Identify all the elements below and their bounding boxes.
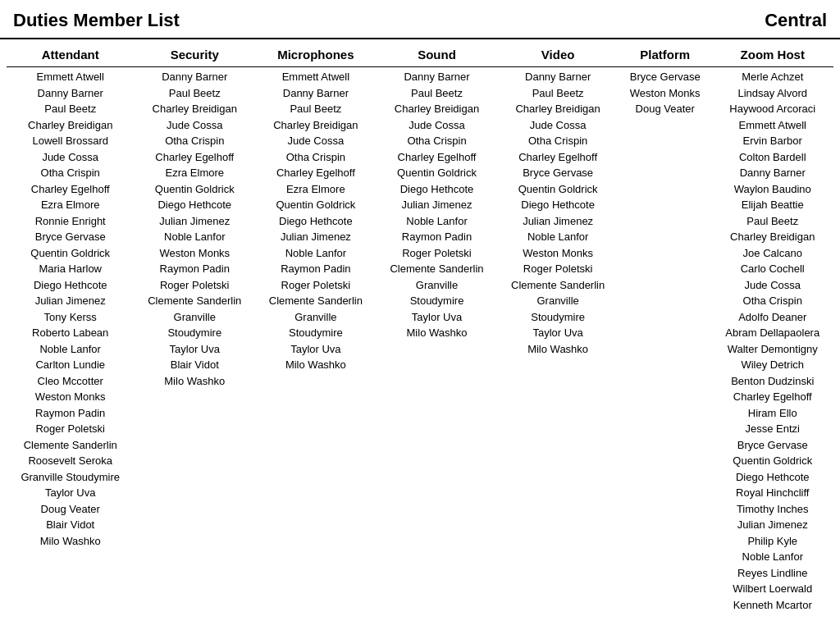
list-item: Otha Crispin	[500, 133, 615, 149]
list-item: Diego Hethcote	[10, 277, 130, 294]
duties-table: AttendantSecurityMicrophonesSoundVideoPl…	[7, 39, 833, 614]
list-item: Danny Barner	[137, 69, 252, 85]
list-item: Granville	[380, 277, 495, 294]
list-item: Philip Kyle	[714, 533, 830, 550]
col-data-attendant: Emmett AtwellDanny BarnerPaul BeetzCharl…	[7, 67, 134, 615]
list-item: Danny Barner	[500, 69, 615, 85]
list-item: Quentin Goldrick	[714, 453, 830, 469]
col-data-sound: Danny BarnerPaul BeetzCharley BreidiganJ…	[377, 67, 498, 615]
col-header-sound: Sound	[377, 39, 498, 67]
list-item: Roberto Labean	[10, 325, 130, 341]
list-item: Colton Bardell	[714, 149, 830, 166]
list-item: Quentin Goldrick	[500, 181, 615, 198]
list-item: Julian Jimenez	[258, 229, 373, 245]
list-item: Ronnie Enright	[10, 213, 130, 230]
list-item: Charley Breidigan	[10, 117, 130, 134]
list-item: Milo Washko	[500, 341, 615, 358]
list-item: Charley Egelhoff	[137, 149, 252, 166]
list-item: Emmett Atwell	[714, 117, 830, 134]
list-item: Roger Poletski	[500, 261, 615, 277]
list-item: Weston Monks	[500, 245, 615, 262]
list-item: Charley Breidigan	[380, 101, 495, 117]
list-item: Paul Beetz	[500, 85, 615, 102]
list-item: Granville	[500, 293, 615, 309]
list-item: Milo Washko	[137, 373, 252, 390]
list-item: Diego Hethcote	[380, 181, 495, 198]
list-item: Tony Kerss	[10, 309, 130, 326]
list-item: Clemente Sanderlin	[380, 261, 495, 277]
list-item: Clemente Sanderlin	[500, 277, 615, 294]
list-item: Ezra Elmore	[137, 165, 252, 181]
list-item: Julian Jimenez	[500, 213, 615, 230]
col-data-microphones: Emmett AtwellDanny BarnerPaul BeetzCharl…	[255, 67, 377, 615]
col-header-security: Security	[134, 39, 255, 67]
list-item: Diego Hethcote	[258, 213, 373, 230]
list-item: Clemente Sanderlin	[137, 293, 252, 309]
list-item: Bryce Gervase	[714, 437, 830, 454]
col-header-video: Video	[497, 39, 619, 67]
list-item: Stoudymire	[137, 325, 252, 341]
list-item: Charley Egelhoff	[714, 389, 830, 405]
list-item: Quentin Goldrick	[137, 181, 252, 198]
list-item: Taylor Uva	[137, 341, 252, 358]
list-item: Jude Cossa	[714, 277, 830, 294]
list-item: Charley Egelhoff	[500, 149, 615, 166]
list-item: Elijah Beattie	[714, 197, 830, 213]
list-item: Haywood Arcoraci	[714, 101, 830, 117]
list-item: Danny Barner	[380, 69, 495, 85]
list-item: Merle Achzet	[714, 69, 830, 85]
list-item: Emmett Atwell	[10, 69, 130, 85]
list-item: Benton Dudzinski	[714, 373, 830, 390]
list-item: Danny Barner	[10, 85, 130, 102]
list-item: Taylor Uva	[500, 325, 615, 341]
list-item: Cleo Mccotter	[10, 373, 130, 390]
col-header-zoom-host: Zoom Host	[711, 39, 833, 67]
list-item: Weston Monks	[622, 85, 709, 102]
col-header-attendant: Attendant	[7, 39, 134, 67]
list-item: Wiley Detrich	[714, 357, 830, 373]
list-item: Julian Jimenez	[10, 293, 130, 309]
list-item: Stoudymire	[380, 293, 495, 309]
list-item: Granville	[137, 309, 252, 326]
list-item: Noble Lanfor	[137, 229, 252, 245]
list-item: Jude Cossa	[500, 117, 615, 134]
list-item: Jude Cossa	[10, 149, 130, 166]
table-header-row: AttendantSecurityMicrophonesSoundVideoPl…	[7, 39, 833, 67]
list-item: Quentin Goldrick	[258, 197, 373, 213]
list-item: Carlo Cochell	[714, 261, 830, 277]
col-header-platform: Platform	[619, 39, 712, 67]
list-item: Roger Poletski	[380, 245, 495, 262]
list-item: Kenneth Mcartor	[714, 597, 830, 614]
list-item: Paul Beetz	[137, 85, 252, 102]
list-item: Charley Egelhoff	[258, 165, 373, 181]
list-item: Royal Hinchcliff	[714, 485, 830, 501]
list-item: Charley Breidigan	[137, 101, 252, 117]
list-item: Bryce Gervase	[622, 69, 709, 85]
list-item: Roosevelt Seroka	[10, 453, 130, 469]
list-item: Julian Jimenez	[380, 197, 495, 213]
list-item: Lowell Brossard	[10, 133, 130, 149]
list-item: Joe Calcano	[714, 245, 830, 262]
list-item: Stoudymire	[258, 325, 373, 341]
list-item: Jesse Entzi	[714, 421, 830, 437]
list-item: Diego Hethcote	[500, 197, 615, 213]
list-item: Julian Jimenez	[137, 213, 252, 230]
list-item: Danny Barner	[258, 85, 373, 102]
list-item: Otha Crispin	[10, 165, 130, 181]
list-item: Milo Washko	[380, 325, 495, 341]
list-item: Noble Lanfor	[380, 213, 495, 230]
list-item: Maria Harlow	[10, 261, 130, 277]
list-item: Noble Lanfor	[714, 549, 830, 565]
list-item: Milo Washko	[10, 533, 130, 550]
list-item: Charley Breidigan	[500, 101, 615, 117]
list-item: Quentin Goldrick	[380, 165, 495, 181]
list-item: Raymon Padin	[137, 261, 252, 277]
list-item: Wilbert Loerwald	[714, 581, 830, 597]
list-item: Jude Cossa	[380, 117, 495, 134]
list-item: Bryce Gervase	[10, 229, 130, 245]
list-item: Blair Vidot	[137, 357, 252, 373]
list-item: Charley Egelhoff	[10, 181, 130, 198]
list-item: Danny Barner	[714, 165, 830, 181]
list-item: Ezra Elmore	[10, 197, 130, 213]
list-item: Doug Veater	[10, 501, 130, 518]
